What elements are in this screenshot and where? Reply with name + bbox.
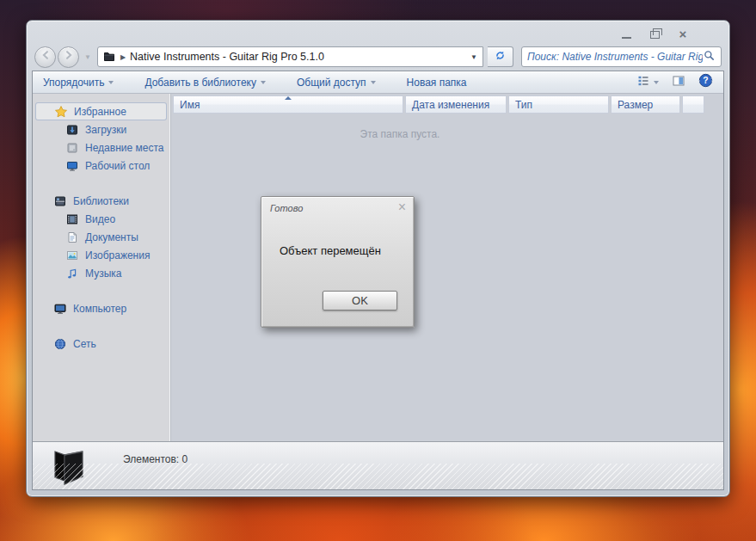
help-button[interactable]: ? — [698, 73, 713, 91]
desktop-background: × ▼ ▶ Native Instruments - Guitar Rig Pr… — [0, 0, 756, 541]
sidebar-item-desktop[interactable]: Рабочий стол — [33, 157, 169, 175]
add-to-library-label: Добавить в библиотеку — [144, 77, 256, 89]
column-label: Тип — [515, 99, 532, 111]
sidebar-group-libraries: БиблиотекиВидеоДокументыИзображенияМузык… — [33, 192, 169, 282]
sidebar-item-pictures[interactable]: Изображения — [33, 246, 169, 264]
views-button[interactable] — [636, 74, 659, 91]
forward-button[interactable] — [58, 46, 79, 68]
breadcrumb[interactable]: Native Instruments - Guitar Rig Pro 5.1.… — [130, 51, 324, 63]
sidebar-group-network: Сеть — [33, 335, 169, 353]
back-button[interactable] — [34, 46, 56, 68]
dialog-ok-button[interactable]: OK — [323, 291, 397, 310]
sidebar-group-computer: Компьютер — [33, 299, 169, 317]
sidebar-item-favorites[interactable]: Избранное — [35, 102, 167, 120]
sidebar-group-favorites: ИзбранноеЗагрузкиНедавние местаРабочий с… — [33, 102, 169, 175]
address-bar[interactable]: ▶ Native Instruments - Guitar Rig Pro 5.… — [97, 46, 483, 67]
organize-label: Упорядочить — [43, 77, 104, 89]
toolbar: УпорядочитьДобавить в библиотекуОбщий до… — [33, 71, 723, 94]
add-to-library-caret-icon — [261, 81, 266, 84]
dialog-message: Объект перемещён — [280, 244, 381, 257]
pictures-icon — [65, 249, 79, 262]
done-dialog: Готово × Объект перемещён OK — [261, 196, 415, 328]
svg-text:?: ? — [703, 76, 708, 85]
help-icon: ? — [698, 73, 713, 91]
sidebar-item-network[interactable]: Сеть — [33, 335, 169, 353]
desktop-icon — [65, 159, 79, 173]
forward-arrow-icon — [63, 49, 75, 65]
restore-button[interactable] — [648, 28, 661, 40]
column-headers: ИмяДата измененияТипРазмер — [173, 95, 704, 114]
toolbar-view-controls: ? — [636, 73, 713, 91]
column-header-3[interactable]: Размер — [611, 95, 680, 114]
organize-button[interactable]: Упорядочить — [43, 77, 114, 89]
search-box[interactable]: Поиск: Native Instruments - Guitar Rig..… — [521, 46, 722, 67]
sidebar-item-label: Недавние места — [85, 142, 163, 154]
sidebar-item-recent-places[interactable]: Недавние места — [33, 138, 169, 157]
sidebar-item-label: Видео — [85, 213, 115, 225]
file-list-area[interactable]: ИмяДата измененияТипРазмер Эта папка пус… — [170, 94, 723, 441]
refresh-icon — [494, 49, 507, 65]
sidebar-item-label: Загрузки — [85, 124, 126, 136]
sidebar-item-computer[interactable]: Компьютер — [33, 299, 169, 317]
sidebar-item-label: Музыка — [85, 267, 121, 280]
sidebar-item-libraries[interactable]: Библиотеки — [33, 192, 169, 210]
downloads-icon — [65, 123, 79, 137]
sidebar-item-label: Сеть — [73, 338, 96, 350]
views-caret-icon — [654, 81, 659, 84]
details-pane: Элементов: 0 — [33, 441, 723, 489]
dialog-title: Готово — [270, 203, 303, 213]
libraries-icon — [53, 194, 67, 208]
views-icon — [636, 74, 650, 91]
column-header-blank[interactable] — [682, 95, 704, 114]
sort-ascending-icon — [285, 96, 292, 100]
close-button[interactable]: × — [676, 28, 690, 40]
organize-caret-icon — [108, 81, 114, 84]
sidebar-item-label: Документы — [85, 231, 138, 243]
sidebar-item-downloads[interactable]: Загрузки — [33, 120, 169, 138]
minimize-button[interactable] — [619, 28, 633, 40]
sidebar-item-label: Компьютер — [73, 303, 126, 315]
recent-places-icon — [65, 141, 79, 155]
sidebar-item-documents[interactable]: Документы — [33, 228, 169, 246]
column-header-0[interactable]: Имя — [173, 95, 403, 114]
refresh-button[interactable] — [488, 46, 513, 67]
column-header-2[interactable]: Тип — [508, 95, 609, 114]
video-icon — [65, 212, 79, 226]
sidebar-item-video[interactable]: Видео — [33, 210, 169, 228]
new-folder-button[interactable]: Новая папка — [407, 77, 467, 89]
navigation-row: ▼ ▶ Native Instruments - Guitar Rig Pro … — [34, 44, 722, 70]
sidebar-item-label: Библиотеки — [73, 195, 129, 207]
new-folder-label: Новая папка — [407, 77, 467, 89]
recent-pages-dropdown-icon[interactable]: ▼ — [84, 53, 91, 61]
preview-pane-icon — [672, 74, 685, 91]
sidebar-item-music[interactable]: Музыка — [33, 264, 169, 282]
music-icon — [65, 267, 79, 280]
folder-icon — [102, 50, 116, 64]
back-arrow-icon — [40, 49, 52, 65]
computer-icon — [53, 302, 67, 316]
network-icon — [53, 337, 67, 351]
breadcrumb-arrow-icon[interactable]: ▶ — [120, 53, 126, 61]
column-label: Дата изменения — [412, 99, 489, 111]
column-label: Размер — [618, 99, 653, 111]
dialog-close-button[interactable]: × — [398, 200, 406, 215]
column-header-1[interactable]: Дата изменения — [405, 95, 507, 114]
search-input[interactable]: Поиск: Native Instruments - Guitar Rig..… — [527, 51, 703, 63]
star-icon — [54, 105, 68, 119]
sidebar-item-label: Изображения — [85, 249, 150, 261]
documents-icon — [65, 231, 79, 244]
preview-pane-button[interactable] — [672, 74, 685, 91]
share-caret-icon — [371, 81, 376, 84]
folder-large-icon — [48, 445, 89, 486]
add-to-library-button[interactable]: Добавить в библиотеку — [144, 77, 266, 89]
sidebar-item-label: Избранное — [74, 106, 126, 118]
navigation-pane: ИзбранноеЗагрузкиНедавние местаРабочий с… — [33, 94, 170, 441]
share-button[interactable]: Общий доступ — [297, 77, 376, 89]
empty-folder-text: Эта папка пуста. — [171, 128, 629, 140]
share-label: Общий доступ — [297, 77, 366, 89]
items-count: Элементов: 0 — [123, 453, 187, 465]
column-label: Имя — [180, 99, 200, 111]
search-icon[interactable] — [703, 49, 716, 65]
address-dropdown-icon[interactable]: ▼ — [470, 53, 477, 61]
sidebar-item-label: Рабочий стол — [85, 160, 150, 172]
